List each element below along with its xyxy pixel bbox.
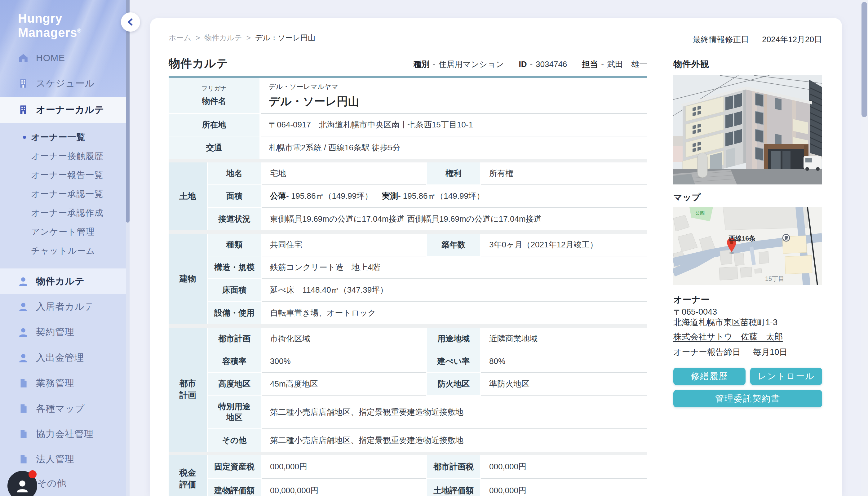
last-modified-date: 2024年12月20日 xyxy=(762,34,822,45)
area-measured-value: - 195.86㎡（149.99坪） xyxy=(398,191,484,202)
breadcrumb-current: デル：ソーレ円山 xyxy=(255,33,315,43)
sidebar-scrollbar-thumb[interactable] xyxy=(126,0,129,222)
owner-postal-code: 〒065-0043 xyxy=(673,306,717,317)
chevron-left-icon xyxy=(125,17,136,27)
special-use-district-value: 第二種小売店店舗地区、指定景観重要建造物近接敷地 xyxy=(262,396,647,429)
page-scrollbar-thumb[interactable] xyxy=(862,2,867,117)
city-planning-tax-value: 000,000円 xyxy=(481,455,647,479)
table-block-basic: フリガナ 物件名 デル・ソーレマルヤマ デル・ソーレ円山 所在地 〒064-09… xyxy=(169,78,647,159)
document-icon xyxy=(18,454,29,464)
city-other-label: その他 xyxy=(208,429,261,452)
property-meta: 種別 - 住居用マンション ID - 3034746 担当 - 武田 雄一 xyxy=(414,59,647,70)
zoning-label: 用途地域 xyxy=(427,328,480,350)
land-valuation-value: 000,000円 xyxy=(481,479,647,496)
meta-id-label: ID xyxy=(518,60,527,69)
bullet-icon xyxy=(23,136,26,139)
owner-report-label: オーナー報告締日 xyxy=(673,346,741,358)
map-image: 西線16条 公園 15丁目 xyxy=(673,207,822,285)
sidebar-item-tenant-karte[interactable]: 入居者カルテ xyxy=(0,294,126,319)
repair-history-button[interactable]: 修繕履歴 xyxy=(673,368,746,385)
city-other-value: 第二種小売店店舗地区、指定景観重要建造物近接敷地 xyxy=(262,429,647,452)
road-access-label: 接道状況 xyxy=(208,208,261,230)
submenu-item-owner-approval-create[interactable]: オーナー承認作成 xyxy=(0,203,126,222)
property-photo[interactable] xyxy=(673,75,822,184)
city-plan-value: 市街化区域 xyxy=(262,328,426,350)
meta-id-value: 3034746 xyxy=(536,60,567,69)
management-contract-button[interactable]: 管理委託契約書 xyxy=(673,390,822,407)
submenu-item-label: オーナー承認作成 xyxy=(31,207,103,219)
last-modified-label: 最終情報修正日 xyxy=(693,34,749,45)
sidebar-item-maps[interactable]: 各種マップ xyxy=(0,396,126,421)
property-tax-value: 000,000円 xyxy=(262,455,426,479)
zoning-value: 近隣商業地域 xyxy=(481,328,647,350)
facilities-value: 自転車置き場、オートロック xyxy=(262,301,647,324)
page-scrollbar-track[interactable] xyxy=(861,0,868,496)
sidebar-item-partner-company-management[interactable]: 協力会社管理 xyxy=(0,421,126,447)
building-icon xyxy=(18,78,29,89)
meta-manager-value: 武田 雄一 xyxy=(607,59,647,70)
floor-area-value: 延べ床 1148.40㎡（347.39坪） xyxy=(262,279,647,301)
building-icon xyxy=(18,105,29,115)
address-label: 所在地 xyxy=(169,114,260,136)
property-name: デル・ソーレ円山 xyxy=(269,94,359,109)
breadcrumb-property-karte[interactable]: 物件カルテ xyxy=(204,33,242,43)
building-age-label: 築年数 xyxy=(427,234,480,257)
map-section-title: マップ xyxy=(673,191,701,203)
height-district-value: 45m高度地区 xyxy=(262,373,426,396)
submenu-item-survey-management[interactable]: アンケート管理 xyxy=(0,222,126,241)
owner-karte-submenu: オーナー一覧 オーナー接触履歴 オーナー報告一覧 オーナー承認一覧 オーナー承認… xyxy=(0,123,126,260)
submenu-item-owner-contact-history[interactable]: オーナー接触履歴 xyxy=(0,146,126,166)
submenu-item-owner-approval-list[interactable]: オーナー承認一覧 xyxy=(0,184,126,203)
building-age-value: 3年0ヶ月（2021年12月竣工） xyxy=(481,234,647,257)
floor-ratio-value: 300% xyxy=(262,350,426,373)
property-map[interactable]: 西線16条 公園 15丁目 xyxy=(673,207,822,285)
owner-section-title: オーナー xyxy=(673,294,710,306)
table-block-land: 土地 地名 宅地 権利 所有権 面積 公薄 - 195.86㎡（149.99坪）… xyxy=(169,162,647,230)
coverage-ratio-label: 建ぺい率 xyxy=(427,350,480,373)
sidebar-scrollbar-track[interactable] xyxy=(126,0,129,496)
owner-company-link[interactable]: 株式会社サトウ 佐藤 太郎 xyxy=(673,331,783,342)
sidebar-item-task-management[interactable]: 業務管理 xyxy=(0,370,126,396)
user-avatar[interactable] xyxy=(7,471,37,496)
logo-registered-mark: ® xyxy=(77,28,81,34)
sidebar-item-schedule[interactable]: スケジュール xyxy=(0,71,126,96)
land-area-value: 公薄 - 195.86㎡（149.99坪） 実測 - 195.86㎡（149.9… xyxy=(262,185,647,208)
sidebar-item-label: 入居者カルテ xyxy=(36,300,94,313)
property-name-kana: デル・ソーレマルヤマ xyxy=(269,82,338,91)
field-label: 物件名 xyxy=(202,96,226,107)
map-station-label: 西線16条 xyxy=(728,235,756,242)
sidebar-collapse-button[interactable] xyxy=(121,12,140,32)
city-plan-label: 都市計画 xyxy=(208,328,261,350)
sidebar-item-label: 協力会社管理 xyxy=(36,428,94,440)
submenu-item-label: オーナー報告一覧 xyxy=(31,169,103,181)
building-valuation-value: 00,000,000円 xyxy=(262,479,426,496)
area-registered-label: 公薄 xyxy=(270,191,286,202)
sidebar-item-label: 物件カルテ xyxy=(36,275,84,288)
land-name-label: 地名 xyxy=(208,162,261,185)
address-value: 〒064-0917 北海道札幌市中央区南十七条西15丁目10-1 xyxy=(261,114,647,136)
map-park-label: 公園 xyxy=(695,210,704,215)
submenu-item-label: オーナー承認一覧 xyxy=(31,188,103,200)
sidebar-item-label: 法人管理 xyxy=(36,453,74,466)
submenu-item-owner-list[interactable]: オーナー一覧 xyxy=(0,128,126,146)
breadcrumb-home[interactable]: ホーム xyxy=(169,33,191,43)
sidebar-item-payment-management[interactable]: 入出金管理 xyxy=(0,345,126,370)
submenu-item-chat-room[interactable]: チャットルーム xyxy=(0,241,126,260)
sidebar-item-label: その他 xyxy=(37,477,66,490)
person-icon xyxy=(18,301,29,312)
meta-separator: - xyxy=(433,60,436,69)
sidebar-item-home[interactable]: HOME xyxy=(0,45,126,71)
submenu-item-owner-report-list[interactable]: オーナー報告一覧 xyxy=(0,166,126,184)
land-name-value: 宅地 xyxy=(262,162,426,185)
document-icon xyxy=(18,378,29,388)
table-block-tax: 税金 評価 固定資産税 000,000円 都市計画税 000,000円 建物評価… xyxy=(169,455,647,496)
sidebar-item-owner-karte[interactable]: オーナーカルテ xyxy=(0,97,126,123)
floor-ratio-label: 容積率 xyxy=(208,350,261,373)
fire-district-value: 準防火地区 xyxy=(481,373,647,396)
sidebar-item-property-karte[interactable]: 物件カルテ xyxy=(0,268,126,294)
property-name-value: デル・ソーレマルヤマ デル・ソーレ円山 xyxy=(261,78,647,114)
rent-roll-button[interactable]: レントロール xyxy=(750,368,822,385)
owner-report-value: 毎月10日 xyxy=(753,346,787,358)
sidebar-item-contract-management[interactable]: 契約管理 xyxy=(0,319,126,345)
sidebar-item-corporate-management[interactable]: 法人管理 xyxy=(0,446,126,472)
